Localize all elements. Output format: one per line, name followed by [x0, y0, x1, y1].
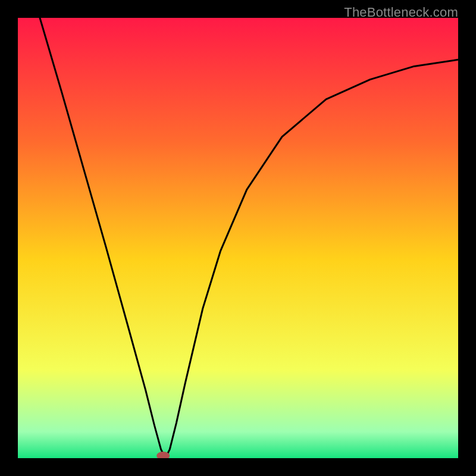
chart-svg — [18, 18, 458, 458]
watermark-label: TheBottleneck.com — [344, 5, 458, 20]
chart-container — [18, 18, 458, 458]
gradient-background — [18, 18, 458, 458]
chart-plot-area — [18, 18, 458, 458]
